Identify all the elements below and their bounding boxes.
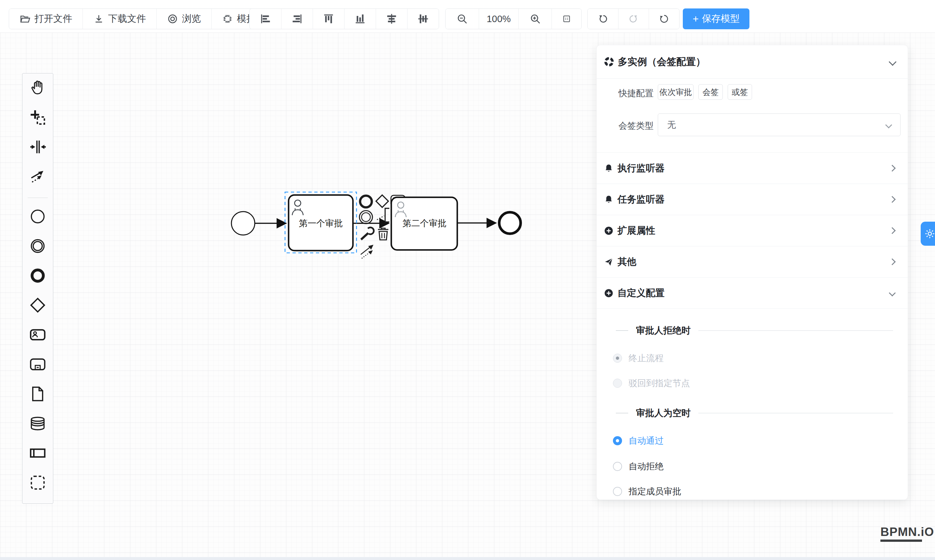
- section-other[interactable]: 其他: [597, 246, 908, 277]
- task2-label: 第二个审批: [403, 218, 446, 228]
- radio-label: 驳回到指定节点: [629, 377, 690, 389]
- bell-icon: [604, 195, 614, 205]
- section-label: 执行监听器: [617, 162, 890, 175]
- bpmn-io-logo[interactable]: BPMN.iO: [880, 525, 934, 542]
- section-label: 任务监听器: [617, 193, 890, 206]
- trash-icon[interactable]: [378, 228, 388, 240]
- panel-title: 多实例（会签配置）: [618, 55, 890, 69]
- radio-unselected-icon: [613, 487, 622, 496]
- quick-config-orsign-button[interactable]: 或签: [727, 84, 752, 100]
- chevron-right-icon: [889, 227, 896, 234]
- reject-group-title: 审批人拒绝时: [636, 325, 690, 337]
- divider: [698, 330, 893, 331]
- countersign-type-label: 会签类型: [597, 120, 654, 132]
- divider: [597, 308, 908, 309]
- append-intermediate-event-inner: [362, 213, 371, 222]
- radio-selected-disabled-icon: [613, 354, 622, 363]
- bpmn-io-logo-text: BPMN.iO: [880, 525, 934, 539]
- reject-group-header: 审批人拒绝时: [616, 326, 893, 335]
- radio-auto-reject[interactable]: 自动拒绝: [613, 460, 664, 472]
- radio-label: 自动拒绝: [629, 460, 664, 472]
- section-task-listener[interactable]: 任务监听器: [597, 184, 908, 215]
- append-gateway-icon[interactable]: [376, 195, 388, 208]
- quick-config-label: 快捷配置: [597, 88, 654, 99]
- radio-unselected-icon: [613, 462, 622, 471]
- plus-circle-icon: [604, 226, 614, 235]
- properties-panel: 多实例（会签配置） 快捷配置 依次审批 会签 或签 会签类型 无 执行监听器 任…: [597, 45, 908, 500]
- empty-group-header: 审批人为空时: [616, 408, 893, 418]
- countersign-type-select[interactable]: 无: [658, 114, 901, 136]
- bpmn-io-logo-underline: [880, 540, 922, 542]
- quick-config-sequential-button[interactable]: 依次审批: [658, 84, 694, 100]
- radio-label: 终止流程: [629, 352, 664, 364]
- user-task-node-2[interactable]: 第二个审批: [391, 197, 457, 250]
- quick-config-countersign-button[interactable]: 会签: [698, 84, 723, 100]
- chevron-right-icon: [889, 258, 896, 265]
- divider: [616, 413, 628, 414]
- bpmn-modeler-app: { "toolbar": { "open_file": "打开文件", "dow…: [0, 0, 935, 560]
- chevron-down-icon: [885, 121, 892, 128]
- chevron-down-icon[interactable]: [889, 58, 897, 66]
- section-label: 其他: [617, 255, 890, 268]
- append-end-event-icon[interactable]: [360, 195, 372, 208]
- panel-header[interactable]: 多实例（会签配置）: [597, 45, 908, 78]
- radio-label: 自动通过: [629, 435, 664, 446]
- multi-instance-icon: [604, 57, 614, 67]
- chevron-down-icon: [889, 289, 896, 296]
- radio-label: 指定成员审批: [629, 486, 681, 497]
- section-extended-properties[interactable]: 扩展属性: [597, 215, 908, 246]
- chevron-right-icon: [889, 165, 896, 172]
- paper-plane-icon: [604, 257, 614, 267]
- radio-unselected-disabled-icon: [613, 378, 622, 388]
- radio-designated-member[interactable]: 指定成员审批: [613, 486, 681, 497]
- section-custom-config[interactable]: 自定义配置: [597, 277, 908, 308]
- append-text-annotation-icon[interactable]: [377, 208, 389, 222]
- chevron-right-icon: [889, 196, 896, 203]
- wrench-icon[interactable]: [361, 228, 374, 240]
- radio-return-to-node[interactable]: 驳回到指定节点: [613, 377, 690, 389]
- start-event-node[interactable]: [231, 212, 255, 235]
- radio-auto-pass[interactable]: 自动通过: [613, 435, 664, 446]
- user-task-node-1[interactable]: 第一个审批: [289, 195, 353, 251]
- end-event-node[interactable]: [499, 212, 521, 234]
- task1-label: 第一个审批: [299, 218, 343, 228]
- empty-group-title: 审批人为空时: [636, 407, 690, 419]
- plus-circle-icon: [604, 288, 614, 298]
- section-label: 扩展属性: [617, 224, 890, 237]
- countersign-type-value: 无: [667, 119, 886, 131]
- radio-selected-icon: [613, 436, 622, 445]
- connect-tool-icon[interactable]: [361, 245, 374, 258]
- divider: [698, 413, 893, 414]
- settings-toggle-tab[interactable]: [921, 222, 935, 246]
- divider: [616, 330, 628, 331]
- bell-icon: [604, 163, 614, 173]
- section-label: 自定义配置: [617, 287, 890, 300]
- gear-icon: [924, 228, 935, 240]
- radio-terminate-process[interactable]: 终止流程: [613, 352, 664, 364]
- section-execution-listener[interactable]: 执行监听器: [597, 152, 908, 184]
